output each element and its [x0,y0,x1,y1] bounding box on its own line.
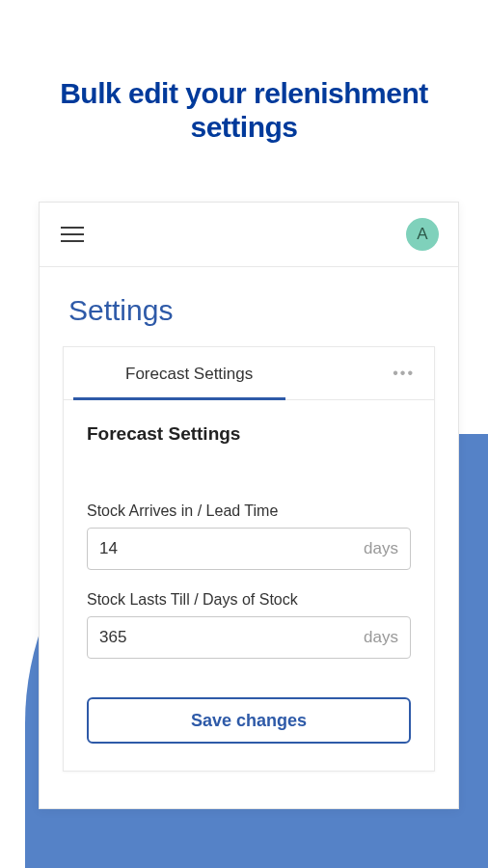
avatar[interactable]: A [406,218,439,251]
lead-time-input[interactable] [99,539,364,558]
card-body: Forecast Settings Stock Arrives in / Lea… [64,400,434,771]
days-of-stock-input[interactable] [99,628,364,647]
field-days-of-stock: Stock Lasts Till / Days of Stock days [87,591,411,659]
section-heading: Forecast Settings [87,423,411,445]
tab-forecast-settings[interactable]: Forecast Settings [102,347,276,399]
tab-more-icon[interactable]: ••• [373,347,434,399]
save-button[interactable]: Save changes [87,697,411,744]
settings-card: Forecast Settings ••• Forecast Settings … [63,346,435,772]
tabs: Forecast Settings ••• [64,347,434,400]
days-of-stock-label: Stock Lasts Till / Days of Stock [87,591,411,609]
app-window: A Settings Forecast Settings ••• Forecas… [39,202,459,809]
page-title: Settings [40,267,458,346]
avatar-initial: A [417,225,427,244]
lead-time-unit: days [364,539,398,558]
field-lead-time: Stock Arrives in / Lead Time days [87,502,411,570]
lead-time-label: Stock Arrives in / Lead Time [87,502,411,520]
marketing-headline: Bulk edit your relenishment settings [0,0,488,182]
app-header: A [40,203,458,267]
lead-time-input-wrapper[interactable]: days [87,528,411,570]
days-of-stock-unit: days [364,628,398,647]
headline-text: Bulk edit your relenishment settings [39,77,449,144]
days-of-stock-input-wrapper[interactable]: days [87,616,411,659]
tab-label: Forecast Settings [125,365,253,383]
hamburger-menu-icon[interactable] [59,223,86,246]
